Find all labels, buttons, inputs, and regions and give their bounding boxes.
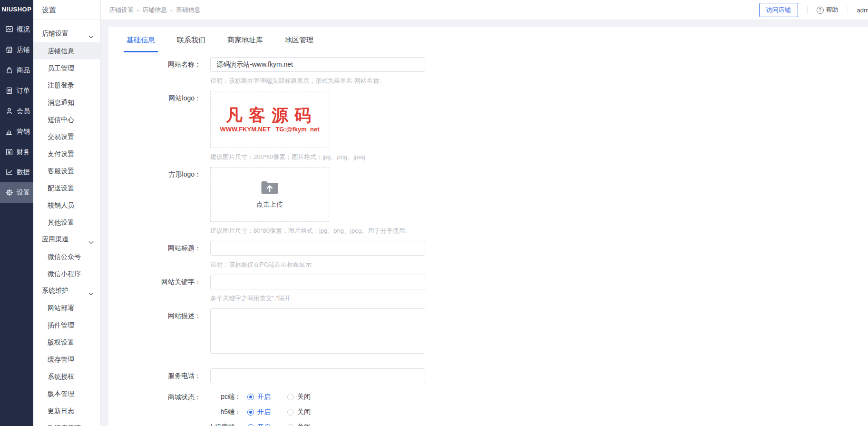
rail-item-label: 订单 [17, 87, 30, 95]
menu-group-shop-settings[interactable]: 店铺设置 [33, 25, 100, 42]
content-card: 基础信息 联系我们 商家地址库 地区管理 网站名称： 说明：该标题在管理端头部标… [108, 27, 868, 426]
site-title-hint: 说明：该标题仅在PC端首页标题展示 [210, 260, 868, 269]
radio-unselected-icon [287, 409, 294, 416]
breadcrumb-item: 基础信息 [176, 6, 201, 14]
h5-off-radio[interactable]: 关闭 [287, 408, 311, 416]
square-logo-label: 方形logo： [124, 167, 201, 235]
radio-unselected-icon [287, 424, 294, 426]
settings-sidebar: 设置 店铺设置 店铺信息 员工管理 注册登录 消息通知 短信中心 交易设置 支付… [33, 0, 101, 426]
radio-selected-icon [247, 409, 254, 416]
menu-item-system-authorize[interactable]: 系统授权 [33, 368, 100, 385]
rail-item-marketing[interactable]: 营销 [0, 121, 33, 142]
rail-item-members[interactable]: 会员 [0, 101, 33, 121]
gear-icon [5, 188, 13, 197]
menu-item-plugin-manage[interactable]: 插件管理 [33, 317, 100, 334]
rail-item-label: 设置 [17, 188, 30, 197]
menu-item-copyright-settings[interactable]: 版权设置 [33, 334, 100, 351]
divider [848, 6, 848, 14]
menu-item-trade-settings[interactable]: 交易设置 [33, 128, 100, 145]
menu-item-site-deploy[interactable]: 网站部署 [33, 299, 100, 317]
tab-contact-us[interactable]: 联系我们 [174, 36, 208, 52]
rail-item-finance[interactable]: 财务 [0, 142, 33, 162]
finance-yen-icon [5, 148, 13, 156]
h5-on-radio[interactable]: 开启 [247, 408, 271, 416]
site-name-hint: 说明：该标题在管理端头部标题展示，形式为菜单名-网站名称。 [210, 77, 868, 85]
rail-item-settings[interactable]: 设置 [0, 182, 33, 203]
rail-item-label: 会员 [17, 107, 30, 116]
menu-item-staff[interactable]: 员工管理 [33, 59, 100, 77]
visit-shop-button[interactable]: 访问店铺 [759, 3, 798, 17]
tab-bar: 基础信息 联系我们 商家地址库 地区管理 [124, 36, 868, 52]
form-row-site-title: 网站标题： 说明：该标题仅在PC端首页标题展示 [124, 241, 868, 269]
radio-unselected-icon [287, 394, 294, 400]
basic-info-form: 网站名称： 说明：该标题在管理端头部标题展示，形式为菜单名-网站名称。 网站lo… [124, 57, 868, 426]
menu-group-label: 系统维护 [42, 287, 88, 295]
miniprogram-on-radio[interactable]: 开启 [247, 423, 271, 426]
miniprogram-sublabel: 小程序端： [204, 423, 241, 426]
menu-group-label: 应用渠道 [42, 235, 88, 244]
menu-item-verification-staff[interactable]: 核销人员 [33, 197, 100, 214]
username[interactable]: admin [857, 7, 868, 14]
form-row-site-name: 网站名称： 说明：该标题在管理端头部标题展示，形式为菜单名-网站名称。 [124, 57, 868, 85]
menu-item-payment-settings[interactable]: 支付设置 [33, 145, 100, 162]
menu-item-version-manage[interactable]: 版本管理 [33, 385, 100, 402]
logo-text-line1: 凡客源码 [222, 106, 317, 125]
rail-item-label: 数据 [17, 168, 30, 177]
rail-item-orders[interactable]: 订单 [0, 80, 33, 101]
mall-status-row-pc: pc端： 开启 关闭 [210, 392, 868, 402]
mall-status-row-h5: h5端： 开启 关闭 [210, 407, 868, 417]
menu-group-system-maintenance[interactable]: 系统维护 [33, 282, 100, 299]
menu-item-wechat-miniprogram[interactable]: 微信小程序 [33, 265, 100, 282]
site-desc-textarea[interactable] [210, 308, 425, 354]
tab-region-manage[interactable]: 地区管理 [282, 36, 316, 52]
site-title-input[interactable] [210, 241, 425, 256]
rail-item-label: 商品 [17, 66, 30, 75]
menu-item-shop-info[interactable]: 店铺信息 [33, 42, 100, 59]
menu-item-customer-service[interactable]: 客服设置 [33, 162, 100, 179]
logo-text-line2: WWW.FKYM.NET TG:@fkym_net [220, 126, 319, 133]
tab-basic-info[interactable]: 基础信息 [124, 36, 158, 52]
menu-item-database-manage[interactable]: 数据库管理 [33, 419, 100, 426]
menu-item-delivery-settings[interactable]: 配送设置 [33, 179, 100, 197]
rail-item-shop[interactable]: 店铺 [0, 40, 33, 60]
menu-item-update-log[interactable]: 更新日志 [33, 402, 100, 419]
rail-item-data[interactable]: 数据 [0, 162, 33, 182]
menu-item-other-settings[interactable]: 其他设置 [33, 214, 100, 231]
sidebar-title: 设置 [33, 0, 100, 20]
pc-off-radio[interactable]: 关闭 [287, 393, 311, 401]
pc-sublabel: pc端： [210, 393, 241, 401]
menu-item-message-notice[interactable]: 消息通知 [33, 94, 100, 111]
square-logo-upload[interactable]: 点击上传 [210, 167, 329, 222]
menu-item-cache-manage[interactable]: 缓存管理 [33, 351, 100, 368]
form-row-site-logo: 网站logo： 凡客源码 WWW.FKYM.NET TG:@fkym_net 建… [124, 91, 868, 161]
tab-merchant-address[interactable]: 商家地址库 [224, 36, 266, 52]
member-person-icon [5, 107, 13, 115]
site-keywords-input[interactable] [210, 275, 425, 289]
rail-item-overview[interactable]: 概况 [0, 19, 33, 40]
sidebar-menu: 店铺设置 店铺信息 员工管理 注册登录 消息通知 短信中心 交易设置 支付设置 … [33, 25, 100, 426]
radio-on-label: 开启 [257, 408, 271, 416]
site-name-input[interactable] [210, 57, 425, 72]
form-row-service-phone: 服务电话： [124, 368, 868, 383]
menu-item-register-login[interactable]: 注册登录 [33, 77, 100, 94]
menu-group-app-channels[interactable]: 应用渠道 [33, 231, 100, 248]
site-logo-image[interactable]: 凡客源码 WWW.FKYM.NET TG:@fkym_net [210, 91, 329, 148]
main-area: 基础信息 联系我们 商家地址库 地区管理 网站名称： 说明：该标题在管理端头部标… [101, 20, 868, 426]
breadcrumb-item: 店铺设置 [109, 6, 134, 14]
service-phone-input[interactable] [210, 368, 425, 383]
rail-item-label: 概况 [17, 25, 30, 34]
menu-group-label: 店铺设置 [42, 30, 88, 38]
overview-icon [5, 25, 13, 33]
menu-item-wechat-official[interactable]: 微信公众号 [33, 248, 100, 265]
menu-item-sms-center[interactable]: 短信中心 [33, 111, 100, 128]
pc-on-radio[interactable]: 开启 [247, 393, 271, 401]
help-link[interactable]: ? 帮助 [817, 6, 839, 14]
form-row-mall-status: 商城状态： pc端： 开启 关闭 h5端： [124, 392, 868, 426]
breadcrumb-separator: - [170, 7, 172, 14]
chevron-down-icon [88, 289, 94, 293]
miniprogram-off-radio[interactable]: 关闭 [287, 423, 311, 426]
radio-on-label: 开启 [257, 423, 271, 426]
site-keywords-hint: 多个关键字之间用英文","隔开 [210, 294, 868, 303]
primary-nav-rail: NIUSHOP 概况 店铺 商品 订单 会员 营销 [0, 0, 33, 426]
rail-item-goods[interactable]: 商品 [0, 60, 33, 80]
